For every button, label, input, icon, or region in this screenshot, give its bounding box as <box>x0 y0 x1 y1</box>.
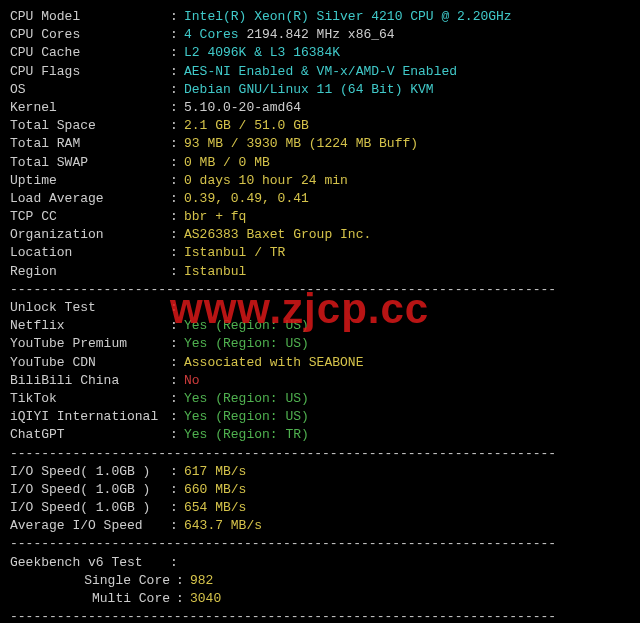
region-label: Region <box>10 263 170 281</box>
location-value: Istanbul / TR <box>184 244 285 262</box>
uptime-value: 0 days 10 hour 24 min <box>184 172 348 190</box>
bilibili-label: BiliBili China <box>10 372 170 390</box>
chatgpt-value: Yes (Region: TR) <box>184 426 309 444</box>
tiktok-row: TikTok: Yes (Region: US) <box>10 390 630 408</box>
io-test2-row: I/O Speed( 1.0GB ): 660 MB/s <box>10 481 630 499</box>
single-core-row: Single Core: 982 <box>10 572 630 590</box>
cpu-cache-row: CPU Cache: L2 4096K & L3 16384K <box>10 44 630 62</box>
location-row: Location: Istanbul / TR <box>10 244 630 262</box>
tcp-cc-label: TCP CC <box>10 208 170 226</box>
unlock-test-title-row: Unlock Test: <box>10 299 630 317</box>
uptime-row: Uptime: 0 days 10 hour 24 min <box>10 172 630 190</box>
bilibili-row: BiliBili China: No <box>10 372 630 390</box>
total-space-value: 2.1 GB / 51.0 GB <box>184 117 309 135</box>
organization-label: Organization <box>10 226 170 244</box>
netflix-row: Netflix: Yes (Region: US) <box>10 317 630 335</box>
os-value: Debian GNU/Linux 11 (64 Bit) KVM <box>184 81 434 99</box>
region-row: Region: Istanbul <box>10 263 630 281</box>
cpu-cores-prefix: 4 Cores <box>184 26 239 44</box>
unlock-test-title: Unlock Test <box>10 299 170 317</box>
cpu-model-label: CPU Model <box>10 8 170 26</box>
youtube-cdn-label: YouTube CDN <box>10 354 170 372</box>
organization-value: AS26383 Baxet Group Inc. <box>184 226 371 244</box>
total-ram-value: 93 MB / 3930 MB (1224 MB Buff) <box>184 135 418 153</box>
divider: ----------------------------------------… <box>10 608 630 623</box>
tiktok-label: TikTok <box>10 390 170 408</box>
cpu-flags-row: CPU Flags: AES-NI Enabled & VM-x/AMD-V E… <box>10 63 630 81</box>
io-avg-value: 643.7 MB/s <box>184 517 262 535</box>
kernel-value: 5.10.0-20-amd64 <box>184 99 301 117</box>
youtube-premium-value: Yes (Region: US) <box>184 335 309 353</box>
kernel-label: Kernel <box>10 99 170 117</box>
cpu-cache-label: CPU Cache <box>10 44 170 62</box>
divider: ----------------------------------------… <box>10 281 630 299</box>
cpu-cache-value: L2 4096K & L3 16384K <box>184 44 340 62</box>
os-label: OS <box>10 81 170 99</box>
io-test1-label: I/O Speed( 1.0GB ) <box>10 463 170 481</box>
cpu-cores-suffix: 2194.842 MHz x86_64 <box>239 26 395 44</box>
cpu-model-row: CPU Model: Intel(R) Xeon(R) Silver 4210 … <box>10 8 630 26</box>
uptime-label: Uptime <box>10 172 170 190</box>
io-test2-label: I/O Speed( 1.0GB ) <box>10 481 170 499</box>
cpu-model-value: Intel(R) Xeon(R) Silver 4210 CPU @ 2.20G… <box>184 8 512 26</box>
tiktok-value: Yes (Region: US) <box>184 390 309 408</box>
youtube-premium-row: YouTube Premium: Yes (Region: US) <box>10 335 630 353</box>
load-avg-value: 0.39, 0.49, 0.41 <box>184 190 309 208</box>
cpu-flags-value: AES-NI Enabled & VM-x/AMD-V Enabled <box>184 63 457 81</box>
io-test3-value: 654 MB/s <box>184 499 246 517</box>
total-swap-label: Total SWAP <box>10 154 170 172</box>
geekbench-title-row: Geekbench v6 Test: <box>10 554 630 572</box>
io-avg-row: Average I/O Speed: 643.7 MB/s <box>10 517 630 535</box>
youtube-cdn-row: YouTube CDN: Associated with SEABONE <box>10 354 630 372</box>
tcp-cc-value: bbr + fq <box>184 208 246 226</box>
iqiyi-label: iQIYI International <box>10 408 170 426</box>
tcp-cc-row: TCP CC: bbr + fq <box>10 208 630 226</box>
io-test1-row: I/O Speed( 1.0GB ): 617 MB/s <box>10 463 630 481</box>
total-space-row: Total Space: 2.1 GB / 51.0 GB <box>10 117 630 135</box>
kernel-row: Kernel: 5.10.0-20-amd64 <box>10 99 630 117</box>
cpu-cores-label: CPU Cores <box>10 26 170 44</box>
io-avg-label: Average I/O Speed <box>10 517 170 535</box>
divider: ----------------------------------------… <box>10 445 630 463</box>
youtube-cdn-value: Associated with SEABONE <box>184 354 363 372</box>
bilibili-value: No <box>184 372 200 390</box>
load-avg-label: Load Average <box>10 190 170 208</box>
io-test3-label: I/O Speed( 1.0GB ) <box>10 499 170 517</box>
multi-core-label: Multi Core <box>10 590 176 608</box>
geekbench-title: Geekbench v6 Test <box>10 554 170 572</box>
iqiyi-row: iQIYI International: Yes (Region: US) <box>10 408 630 426</box>
single-core-label: Single Core <box>10 572 176 590</box>
multi-core-value: 3040 <box>190 590 221 608</box>
netflix-value: Yes (Region: US) <box>184 317 309 335</box>
os-row: OS: Debian GNU/Linux 11 (64 Bit) KVM <box>10 81 630 99</box>
total-swap-row: Total SWAP: 0 MB / 0 MB <box>10 154 630 172</box>
total-swap-value: 0 MB / 0 MB <box>184 154 270 172</box>
total-ram-label: Total RAM <box>10 135 170 153</box>
chatgpt-row: ChatGPT: Yes (Region: TR) <box>10 426 630 444</box>
io-test1-value: 617 MB/s <box>184 463 246 481</box>
total-space-label: Total Space <box>10 117 170 135</box>
netflix-label: Netflix <box>10 317 170 335</box>
terminal-output: CPU Model: Intel(R) Xeon(R) Silver 4210 … <box>10 8 630 623</box>
region-value: Istanbul <box>184 263 246 281</box>
single-core-value: 982 <box>190 572 213 590</box>
io-test2-value: 660 MB/s <box>184 481 246 499</box>
total-ram-row: Total RAM: 93 MB / 3930 MB (1224 MB Buff… <box>10 135 630 153</box>
cpu-flags-label: CPU Flags <box>10 63 170 81</box>
chatgpt-label: ChatGPT <box>10 426 170 444</box>
youtube-premium-label: YouTube Premium <box>10 335 170 353</box>
organization-row: Organization: AS26383 Baxet Group Inc. <box>10 226 630 244</box>
multi-core-row: Multi Core: 3040 <box>10 590 630 608</box>
divider: ----------------------------------------… <box>10 535 630 553</box>
cpu-cores-row: CPU Cores: 4 Cores 2194.842 MHz x86_64 <box>10 26 630 44</box>
load-avg-row: Load Average: 0.39, 0.49, 0.41 <box>10 190 630 208</box>
iqiyi-value: Yes (Region: US) <box>184 408 309 426</box>
location-label: Location <box>10 244 170 262</box>
io-test3-row: I/O Speed( 1.0GB ): 654 MB/s <box>10 499 630 517</box>
